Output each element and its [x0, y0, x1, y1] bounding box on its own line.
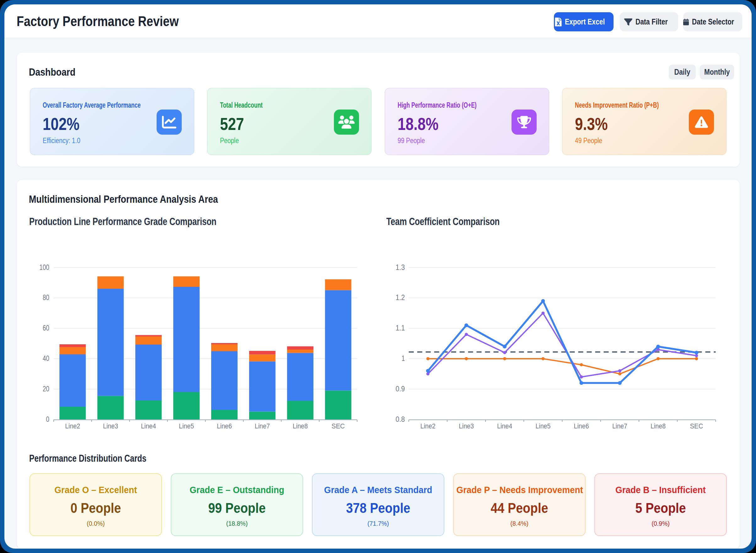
svg-text:Line2: Line2 — [65, 422, 80, 430]
svg-text:Line4: Line4 — [141, 422, 156, 430]
svg-text:60: 60 — [43, 324, 49, 332]
svg-text:Line8: Line8 — [293, 422, 308, 430]
svg-text:0: 0 — [46, 415, 50, 423]
svg-text:1.2: 1.2 — [396, 294, 405, 302]
svg-text:Line7: Line7 — [612, 422, 627, 430]
svg-text:1.1: 1.1 — [396, 324, 405, 332]
svg-text:80: 80 — [43, 294, 49, 302]
svg-text:40: 40 — [43, 354, 49, 363]
svg-text:Line6: Line6 — [217, 422, 232, 430]
svg-text:Line7: Line7 — [255, 422, 270, 430]
svg-text:100: 100 — [39, 263, 50, 271]
svg-text:1: 1 — [402, 354, 405, 363]
svg-text:SEC: SEC — [690, 422, 703, 430]
svg-text:Line3: Line3 — [459, 422, 474, 430]
svg-text:Line8: Line8 — [651, 422, 666, 430]
svg-text:20: 20 — [43, 385, 49, 393]
svg-text:Line5: Line5 — [535, 422, 551, 430]
svg-text:0.9: 0.9 — [396, 385, 405, 393]
svg-text:1.3: 1.3 — [396, 263, 405, 271]
svg-text:Line5: Line5 — [179, 422, 194, 430]
svg-text:Line3: Line3 — [103, 422, 118, 430]
svg-text:Line6: Line6 — [574, 422, 589, 430]
svg-text:0.8: 0.8 — [396, 415, 405, 423]
svg-text:Line4: Line4 — [497, 422, 512, 430]
svg-text:SEC: SEC — [332, 422, 345, 430]
svg-text:Line2: Line2 — [421, 422, 436, 430]
